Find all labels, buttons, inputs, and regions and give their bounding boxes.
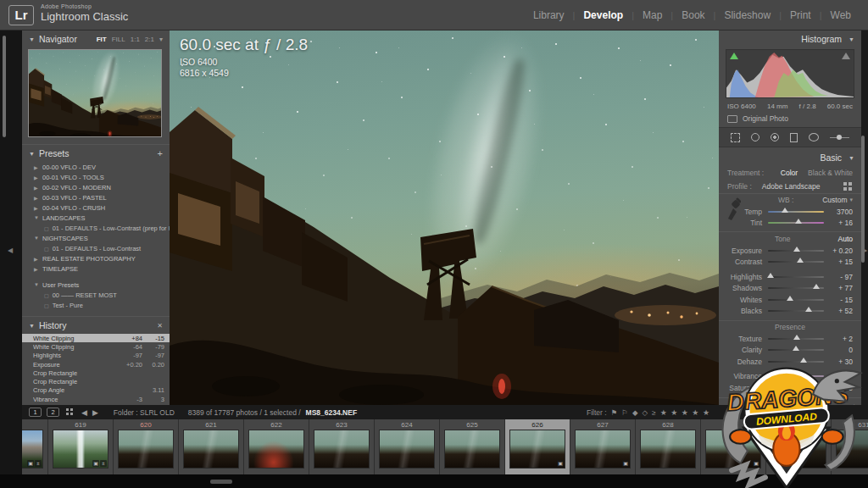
treatment-color[interactable]: Color <box>781 169 798 177</box>
zoom-fill[interactable]: FILL <box>112 36 125 43</box>
left-panel-scrollbar[interactable] <box>3 36 6 137</box>
preset-group[interactable]: ▶REAL ESTATE PHOTOGRAPHY <box>22 253 170 263</box>
rating-operator-icon[interactable]: ≥ <box>652 408 656 417</box>
auto-button[interactable]: Auto <box>838 235 854 243</box>
navigator-preview[interactable] <box>28 49 162 137</box>
dehaze-slider[interactable] <box>768 361 824 363</box>
preset-group[interactable]: ▶00-02 VFLO - MODERN <box>22 182 170 192</box>
current-filename[interactable]: MS8_6234.NEF <box>306 408 357 417</box>
history-header[interactable]: ▼ History ✕ <box>22 317 170 334</box>
add-preset-button[interactable]: + <box>158 148 163 158</box>
zoom-2-1[interactable]: 2:1 <box>145 36 154 43</box>
module-slideshow[interactable]: Slideshow <box>715 9 779 21</box>
filmstrip-cell[interactable]: 624 <box>375 419 440 474</box>
filmstrip-cell-selected[interactable]: 626▣ <box>505 419 570 474</box>
contrast-slider[interactable] <box>768 261 824 263</box>
whites-slider[interactable] <box>768 299 824 301</box>
presets-header[interactable]: ▼ Presets + <box>22 145 170 162</box>
thumbnail[interactable] <box>118 430 174 469</box>
module-map[interactable]: Map <box>634 9 670 21</box>
color-label-icon[interactable]: ◆ <box>632 408 638 417</box>
preset-group[interactable]: ▶00-01 VFLO - TOOLS <box>22 172 170 182</box>
thumbnail[interactable] <box>379 430 435 469</box>
collapse-left-panel-icon[interactable]: ◀ <box>8 247 13 254</box>
white-balance-dropper-icon[interactable] <box>726 196 741 221</box>
module-develop[interactable]: Develop <box>575 9 632 21</box>
right-panel-scrollbar[interactable] <box>861 136 865 263</box>
thumbnail[interactable]: ▣± <box>22 430 43 469</box>
history-step[interactable]: Highlights-97-97 <box>22 352 170 360</box>
texture-slider[interactable] <box>768 338 824 340</box>
flag-reject-icon[interactable]: ⚐ <box>621 408 628 417</box>
temp-slider[interactable] <box>768 211 824 213</box>
treatment-bw[interactable]: Black & White <box>808 169 853 177</box>
radial-filter-tool-icon[interactable] <box>809 133 819 141</box>
module-library[interactable]: Library <box>525 9 573 21</box>
grid-view-icon[interactable] <box>66 408 75 417</box>
preset-item[interactable]: ▢01 - DEFAULTS - Low-Contrast (prep for … <box>22 223 170 233</box>
folder-label[interactable]: Folder : SLRL OLD <box>114 408 175 417</box>
history-step-selected[interactable]: White Clipping+84-15 <box>22 334 170 342</box>
go-back-icon[interactable]: ◀ <box>81 408 87 417</box>
preset-item[interactable]: ▢00 —— RESET MOST <box>22 290 170 300</box>
color-label-outline-icon[interactable]: ◇ <box>642 408 648 417</box>
go-forward-icon[interactable]: ▶ <box>92 408 98 417</box>
thumbnail[interactable]: ▣ <box>575 430 631 469</box>
preset-group[interactable]: ▶00-03 VFLO - PASTEL <box>22 192 170 202</box>
adjustment-brush-tool-icon[interactable] <box>830 137 849 138</box>
preset-group[interactable]: ▶00-04 VFLO - CRUSH <box>22 202 170 213</box>
graduated-filter-tool-icon[interactable] <box>790 133 798 142</box>
shadows-slider[interactable] <box>768 287 824 289</box>
thumbnail[interactable] <box>314 430 370 469</box>
profile-value[interactable]: Adobe Landscape <box>762 182 821 191</box>
history-step[interactable]: Crop Angle3.11 <box>22 386 170 395</box>
red-eye-tool-icon[interactable] <box>771 133 779 141</box>
filmstrip-cell[interactable]: 628 <box>636 419 701 474</box>
highlight-clipping-icon[interactable] <box>842 53 850 59</box>
main-window-button[interactable]: 1 <box>29 408 42 417</box>
module-print[interactable]: Print <box>782 9 820 21</box>
filmstrip-cell[interactable]: 618▣± <box>22 419 48 474</box>
history-step[interactable]: White Clipping-64-79 <box>22 342 170 351</box>
preset-item[interactable]: ▢01 - DEFAULTS - Low-Contrast <box>22 243 170 253</box>
star-rating-filter[interactable]: ★ ★ ★ ★ ★ <box>660 408 710 417</box>
filmstrip-cell[interactable]: 619▣± <box>48 419 114 474</box>
preset-group[interactable]: ▶TIMELAPSE <box>22 263 170 274</box>
loupe-view[interactable]: 60.0 sec at ƒ / 2.8 ISO 6400 6816 x 4549 <box>170 30 719 405</box>
basic-header[interactable]: Basic ▼ <box>719 149 861 166</box>
histogram-header[interactable]: Histogram ▼ <box>719 30 861 47</box>
thumbnail[interactable] <box>640 430 696 469</box>
zoom-1-1[interactable]: 1:1 <box>131 36 140 43</box>
clarity-slider[interactable] <box>768 349 824 351</box>
module-web[interactable]: Web <box>822 9 860 21</box>
history-step[interactable]: Vibrance-33 <box>22 395 170 403</box>
thumbnail[interactable]: ▣ <box>509 430 565 469</box>
navigator-header[interactable]: ▼ Navigator FIT FILL 1:1 2:1 ▾ <box>22 30 170 47</box>
preset-group[interactable]: ▼NIGHTSCAPES <box>22 233 170 243</box>
thumbnail[interactable] <box>444 430 500 469</box>
thumbnail[interactable]: ▣± <box>53 430 108 469</box>
crop-tool-icon[interactable] <box>731 133 740 142</box>
second-window-button[interactable]: 2 <box>47 408 59 417</box>
preset-item[interactable]: ▢Test - Pure <box>22 300 170 310</box>
spot-removal-tool-icon[interactable] <box>751 133 760 141</box>
preset-group[interactable]: ▼LANDSCAPES <box>22 213 170 223</box>
histogram-graph[interactable] <box>726 49 854 98</box>
history-step[interactable]: Crop Rectangle <box>22 369 170 377</box>
filmstrip-cell[interactable]: 622 <box>244 419 309 474</box>
history-step[interactable]: Crop Rectangle <box>22 377 170 385</box>
filmstrip-cell[interactable]: 621 <box>179 419 244 474</box>
preset-group[interactable]: ▶00-00 VFLO - DEV <box>22 162 170 172</box>
zoom-fit[interactable]: FIT <box>97 36 107 43</box>
wb-dropdown-icon[interactable]: ▾ <box>849 197 853 203</box>
shadow-clipping-icon[interactable] <box>730 53 738 59</box>
profile-browser-icon[interactable] <box>843 182 853 191</box>
filmstrip-scroll-thumb[interactable] <box>210 480 232 484</box>
wb-value[interactable]: Custom <box>822 196 847 204</box>
filmstrip-cell[interactable]: 623 <box>309 419 375 474</box>
tint-slider[interactable] <box>768 222 824 224</box>
highlights-slider[interactable] <box>768 276 824 278</box>
module-book[interactable]: Book <box>673 9 713 21</box>
zoom-dropdown-icon[interactable]: ▾ <box>159 36 163 43</box>
filmstrip-cell[interactable]: 625 <box>440 419 505 474</box>
